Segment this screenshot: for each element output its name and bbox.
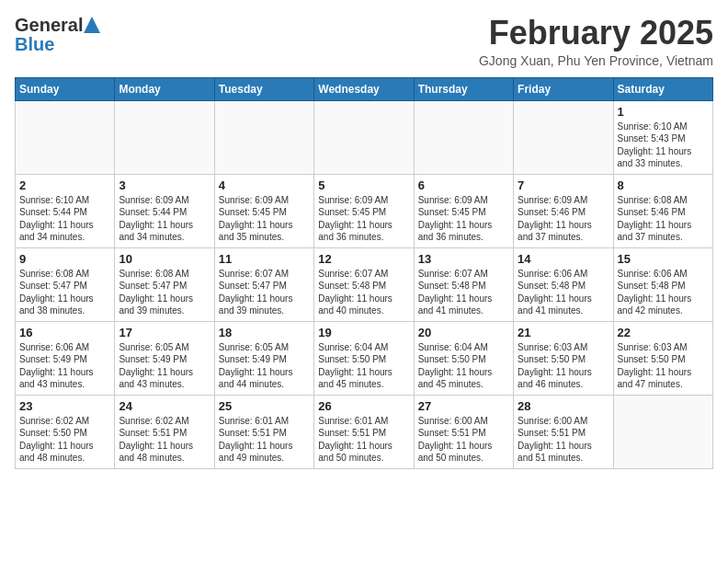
week-row-3: 9Sunrise: 6:08 AM Sunset: 5:47 PM Daylig… bbox=[16, 247, 713, 321]
day-number: 18 bbox=[219, 326, 310, 339]
day-number: 25 bbox=[219, 399, 310, 413]
day-number: 21 bbox=[518, 326, 609, 339]
day-info: Sunrise: 6:00 AM Sunset: 5:51 PM Dayligh… bbox=[418, 415, 509, 465]
day-info: Sunrise: 6:00 AM Sunset: 5:51 PM Dayligh… bbox=[518, 415, 609, 465]
day-info: Sunrise: 6:07 AM Sunset: 5:47 PM Dayligh… bbox=[219, 268, 310, 317]
calendar-cell: 26Sunrise: 6:01 AM Sunset: 5:51 PM Dayli… bbox=[314, 395, 414, 468]
calendar-cell: 28Sunrise: 6:00 AM Sunset: 5:51 PM Dayli… bbox=[514, 395, 613, 468]
week-row-1: 1Sunrise: 6:10 AM Sunset: 5:43 PM Daylig… bbox=[16, 100, 713, 174]
col-header-monday: Monday bbox=[115, 77, 214, 100]
calendar-cell bbox=[613, 395, 712, 468]
day-number: 10 bbox=[119, 252, 210, 266]
day-info: Sunrise: 6:07 AM Sunset: 5:48 PM Dayligh… bbox=[418, 268, 509, 317]
calendar-cell: 18Sunrise: 6:05 AM Sunset: 5:49 PM Dayli… bbox=[214, 321, 313, 395]
day-info: Sunrise: 6:01 AM Sunset: 5:51 PM Dayligh… bbox=[318, 415, 409, 465]
calendar-cell: 4Sunrise: 6:09 AM Sunset: 5:45 PM Daylig… bbox=[214, 174, 313, 247]
day-number: 22 bbox=[618, 326, 709, 339]
logo-blue: Blue bbox=[15, 34, 54, 55]
calendar-cell: 10Sunrise: 6:08 AM Sunset: 5:47 PM Dayli… bbox=[115, 247, 214, 321]
day-number: 28 bbox=[518, 399, 609, 413]
logo-general: General bbox=[15, 15, 83, 36]
calendar-header-row: SundayMondayTuesdayWednesdayThursdayFrid… bbox=[16, 77, 713, 100]
col-header-tuesday: Tuesday bbox=[214, 77, 313, 100]
calendar-cell bbox=[16, 100, 115, 174]
col-header-saturday: Saturday bbox=[613, 77, 712, 100]
calendar-cell: 17Sunrise: 6:05 AM Sunset: 5:49 PM Dayli… bbox=[115, 321, 214, 395]
day-info: Sunrise: 6:02 AM Sunset: 5:51 PM Dayligh… bbox=[119, 415, 210, 465]
calendar-cell: 20Sunrise: 6:04 AM Sunset: 5:50 PM Dayli… bbox=[414, 321, 513, 395]
day-number: 23 bbox=[19, 399, 110, 413]
logo-icon bbox=[84, 17, 100, 33]
day-number: 7 bbox=[518, 178, 609, 192]
day-info: Sunrise: 6:06 AM Sunset: 5:48 PM Dayligh… bbox=[518, 268, 609, 317]
day-info: Sunrise: 6:09 AM Sunset: 5:46 PM Dayligh… bbox=[518, 194, 609, 244]
location-title: GJong Xuan, Phu Yen Province, Vietnam bbox=[479, 53, 713, 68]
day-number: 16 bbox=[19, 326, 110, 339]
calendar-cell: 8Sunrise: 6:08 AM Sunset: 5:46 PM Daylig… bbox=[613, 174, 712, 247]
day-number: 26 bbox=[318, 399, 409, 413]
day-info: Sunrise: 6:03 AM Sunset: 5:50 PM Dayligh… bbox=[518, 341, 609, 391]
day-info: Sunrise: 6:04 AM Sunset: 5:50 PM Dayligh… bbox=[418, 341, 509, 391]
day-number: 20 bbox=[418, 326, 509, 339]
day-number: 6 bbox=[418, 178, 509, 192]
day-info: Sunrise: 6:04 AM Sunset: 5:50 PM Dayligh… bbox=[318, 341, 409, 391]
calendar-cell: 11Sunrise: 6:07 AM Sunset: 5:47 PM Dayli… bbox=[214, 247, 313, 321]
day-info: Sunrise: 6:09 AM Sunset: 5:45 PM Dayligh… bbox=[418, 194, 509, 244]
day-number: 27 bbox=[418, 399, 509, 413]
day-info: Sunrise: 6:09 AM Sunset: 5:45 PM Dayligh… bbox=[219, 194, 310, 244]
calendar-cell bbox=[314, 100, 414, 174]
calendar-cell: 5Sunrise: 6:09 AM Sunset: 5:45 PM Daylig… bbox=[314, 174, 414, 247]
col-header-wednesday: Wednesday bbox=[314, 77, 414, 100]
day-info: Sunrise: 6:10 AM Sunset: 5:44 PM Dayligh… bbox=[19, 194, 110, 244]
day-info: Sunrise: 6:05 AM Sunset: 5:49 PM Dayligh… bbox=[219, 341, 310, 391]
day-info: Sunrise: 6:10 AM Sunset: 5:43 PM Dayligh… bbox=[618, 121, 709, 170]
day-info: Sunrise: 6:09 AM Sunset: 5:44 PM Dayligh… bbox=[119, 194, 210, 244]
calendar-cell: 9Sunrise: 6:08 AM Sunset: 5:47 PM Daylig… bbox=[16, 247, 115, 321]
day-number: 15 bbox=[618, 252, 709, 266]
calendar-cell: 1Sunrise: 6:10 AM Sunset: 5:43 PM Daylig… bbox=[613, 100, 712, 174]
week-row-4: 16Sunrise: 6:06 AM Sunset: 5:49 PM Dayli… bbox=[16, 321, 713, 395]
calendar-cell: 23Sunrise: 6:02 AM Sunset: 5:50 PM Dayli… bbox=[16, 395, 115, 468]
day-info: Sunrise: 6:08 AM Sunset: 5:46 PM Dayligh… bbox=[618, 194, 709, 244]
day-number: 11 bbox=[219, 252, 310, 266]
day-info: Sunrise: 6:09 AM Sunset: 5:45 PM Dayligh… bbox=[318, 194, 409, 244]
day-info: Sunrise: 6:02 AM Sunset: 5:50 PM Dayligh… bbox=[19, 415, 110, 465]
calendar-cell bbox=[514, 100, 613, 174]
calendar-cell: 7Sunrise: 6:09 AM Sunset: 5:46 PM Daylig… bbox=[514, 174, 613, 247]
day-info: Sunrise: 6:06 AM Sunset: 5:49 PM Dayligh… bbox=[19, 341, 110, 391]
calendar-cell bbox=[214, 100, 313, 174]
col-header-thursday: Thursday bbox=[414, 77, 513, 100]
day-number: 5 bbox=[318, 178, 409, 192]
calendar-cell: 14Sunrise: 6:06 AM Sunset: 5:48 PM Dayli… bbox=[514, 247, 613, 321]
month-title: February 2025 bbox=[479, 15, 713, 52]
day-number: 1 bbox=[618, 105, 709, 119]
week-row-2: 2Sunrise: 6:10 AM Sunset: 5:44 PM Daylig… bbox=[16, 174, 713, 247]
day-info: Sunrise: 6:05 AM Sunset: 5:49 PM Dayligh… bbox=[119, 341, 210, 391]
day-number: 4 bbox=[219, 178, 310, 192]
calendar-cell bbox=[115, 100, 214, 174]
day-info: Sunrise: 6:01 AM Sunset: 5:51 PM Dayligh… bbox=[219, 415, 310, 465]
calendar-cell: 21Sunrise: 6:03 AM Sunset: 5:50 PM Dayli… bbox=[514, 321, 613, 395]
svg-marker-0 bbox=[84, 17, 100, 33]
day-number: 3 bbox=[119, 178, 210, 192]
calendar-cell: 12Sunrise: 6:07 AM Sunset: 5:48 PM Dayli… bbox=[314, 247, 414, 321]
day-number: 12 bbox=[318, 252, 409, 266]
calendar-cell: 24Sunrise: 6:02 AM Sunset: 5:51 PM Dayli… bbox=[115, 395, 214, 468]
calendar-cell: 13Sunrise: 6:07 AM Sunset: 5:48 PM Dayli… bbox=[414, 247, 513, 321]
title-block: February 2025 GJong Xuan, Phu Yen Provin… bbox=[479, 15, 713, 68]
calendar-cell: 3Sunrise: 6:09 AM Sunset: 5:44 PM Daylig… bbox=[115, 174, 214, 247]
day-number: 2 bbox=[19, 178, 110, 192]
day-info: Sunrise: 6:03 AM Sunset: 5:50 PM Dayligh… bbox=[618, 341, 709, 391]
day-info: Sunrise: 6:07 AM Sunset: 5:48 PM Dayligh… bbox=[318, 268, 409, 317]
col-header-friday: Friday bbox=[514, 77, 613, 100]
day-number: 14 bbox=[518, 252, 609, 266]
calendar-cell: 6Sunrise: 6:09 AM Sunset: 5:45 PM Daylig… bbox=[414, 174, 513, 247]
day-number: 8 bbox=[618, 178, 709, 192]
day-number: 13 bbox=[418, 252, 509, 266]
col-header-sunday: Sunday bbox=[16, 77, 115, 100]
page-header: General Blue February 2025 GJong Xuan, P… bbox=[15, 15, 713, 68]
calendar-cell: 25Sunrise: 6:01 AM Sunset: 5:51 PM Dayli… bbox=[214, 395, 313, 468]
calendar-table: SundayMondayTuesdayWednesdayThursdayFrid… bbox=[15, 77, 713, 469]
day-info: Sunrise: 6:06 AM Sunset: 5:48 PM Dayligh… bbox=[618, 268, 709, 317]
day-number: 19 bbox=[318, 326, 409, 339]
